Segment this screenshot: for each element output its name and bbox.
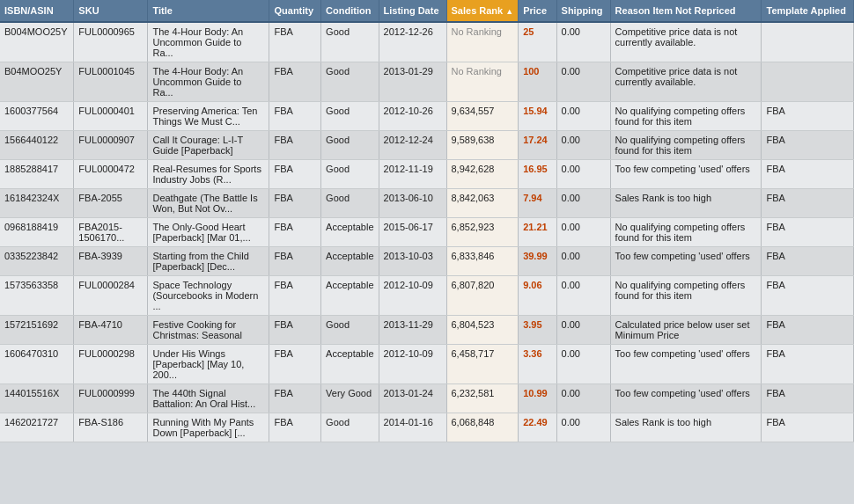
cell-template: FBA [762, 102, 854, 131]
header-reason[interactable]: Reason Item Not Repriced [610, 0, 762, 22]
cell-title: Deathgate (The Battle Is Won, But Not Ov… [148, 189, 269, 218]
cell-price: 9.06 [519, 276, 556, 316]
cell-isbn: 1573563358 [0, 276, 74, 316]
cell-sku: FUL0000472 [74, 160, 148, 189]
table-row[interactable]: 1462021727FBA-S186Running With My Pants … [0, 413, 854, 442]
header-listing_date[interactable]: Listing Date [379, 0, 446, 22]
cell-title: Running With My Pants Down [Paperback] [… [148, 413, 269, 442]
table-row[interactable]: B004MOO25YFUL0000965The 4-Hour Body: An … [0, 22, 854, 62]
cell-isbn: 144015516X [0, 384, 74, 413]
cell-sku: FUL0000965 [74, 22, 148, 62]
cell-price: 25 [519, 22, 556, 62]
cell-price: 22.49 [519, 413, 556, 442]
table-row[interactable]: 161842324XFBA-2055Deathgate (The Battle … [0, 189, 854, 218]
cell-sales_rank: 9,634,557 [446, 102, 519, 131]
cell-isbn: 1572151692 [0, 316, 74, 345]
cell-reason: No qualifying competing offers found for… [610, 131, 762, 160]
cell-isbn: 161842324X [0, 189, 74, 218]
cell-sales_rank: 8,842,063 [446, 189, 519, 218]
cell-quantity: FBA [269, 160, 321, 189]
cell-listing_date: 2012-11-19 [379, 160, 446, 189]
header-sales_rank[interactable]: Sales Rank▲ [446, 0, 519, 22]
cell-shipping: 0.00 [556, 131, 610, 160]
table-row[interactable]: B04MOO25YFUL0001045The 4-Hour Body: An U… [0, 62, 854, 102]
cell-shipping: 0.00 [556, 276, 610, 316]
cell-quantity: FBA [269, 384, 321, 413]
cell-isbn: 1600377564 [0, 102, 74, 131]
cell-reason: No qualifying competing offers found for… [610, 276, 762, 316]
cell-price: 7.94 [519, 189, 556, 218]
cell-sku: FUL0000907 [74, 131, 148, 160]
cell-shipping: 0.00 [556, 316, 610, 345]
cell-shipping: 0.00 [556, 160, 610, 189]
table-row[interactable]: 0335223842FBA-3939Starting from the Chil… [0, 247, 854, 276]
cell-quantity: FBA [269, 189, 321, 218]
cell-title: Real-Resumes for Sports Industry Jobs (R… [148, 160, 269, 189]
cell-title: The Only-Good Heart [Paperback] [Mar 01,… [148, 218, 269, 247]
cell-shipping: 0.00 [556, 384, 610, 413]
cell-reason: Competitive price data is not currently … [610, 62, 762, 102]
table-row[interactable]: 1600377564FUL0000401Preserving America: … [0, 102, 854, 131]
cell-shipping: 0.00 [556, 189, 610, 218]
table-row[interactable]: 144015516XFUL0000999The 440th Signal Bat… [0, 384, 854, 413]
cell-condition: Acceptable [321, 345, 379, 384]
cell-title: Starting from the Child [Paperback] [Dec… [148, 247, 269, 276]
cell-shipping: 0.00 [556, 413, 610, 442]
cell-sales_rank: 6,807,820 [446, 276, 519, 316]
header-template[interactable]: Template Applied [762, 0, 854, 22]
cell-quantity: FBA [269, 316, 321, 345]
cell-condition: Very Good [321, 384, 379, 413]
main-table-container[interactable]: ISBN/ASINSKUTitleQuantityConditionListin… [0, 0, 854, 504]
cell-quantity: FBA [269, 218, 321, 247]
table-header-row: ISBN/ASINSKUTitleQuantityConditionListin… [0, 0, 854, 22]
cell-condition: Good [321, 160, 379, 189]
cell-quantity: FBA [269, 345, 321, 384]
table-row[interactable]: 1606470310FUL0000298Under His Wings [Pap… [0, 345, 854, 384]
cell-sku: FBA-3939 [74, 247, 148, 276]
header-shipping[interactable]: Shipping [556, 0, 610, 22]
cell-title: The 4-Hour Body: An Uncommon Guide to Ra… [148, 62, 269, 102]
cell-condition: Good [321, 413, 379, 442]
header-title[interactable]: Title [148, 0, 269, 22]
table-row[interactable]: 1566440122FUL0000907Call It Courage: L-I… [0, 131, 854, 160]
cell-quantity: FBA [269, 102, 321, 131]
cell-reason: Competitive price data is not currently … [610, 22, 762, 62]
header-isbn[interactable]: ISBN/ASIN [0, 0, 74, 22]
table-row[interactable]: 1572151692FBA-4710Festive Cooking for Ch… [0, 316, 854, 345]
header-quantity[interactable]: Quantity [269, 0, 321, 22]
cell-reason: Too few competing 'used' offers [610, 160, 762, 189]
cell-title: Under His Wings [Paperback] [May 10, 200… [148, 345, 269, 384]
cell-sku: FUL0000999 [74, 384, 148, 413]
cell-template: FBA [762, 160, 854, 189]
header-condition[interactable]: Condition [321, 0, 379, 22]
cell-price: 3.95 [519, 316, 556, 345]
cell-title: Festive Cooking for Christmas: Seasonal [148, 316, 269, 345]
cell-quantity: FBA [269, 276, 321, 316]
cell-template: FBA [762, 218, 854, 247]
cell-price: 100 [519, 62, 556, 102]
cell-price: 16.95 [519, 160, 556, 189]
cell-listing_date: 2012-10-09 [379, 276, 446, 316]
cell-sku: FBA-4710 [74, 316, 148, 345]
table-row[interactable]: 1573563358FUL0000284Space Technology (So… [0, 276, 854, 316]
cell-sales_rank: 6,232,581 [446, 384, 519, 413]
cell-reason: Calculated price below user set Minimum … [610, 316, 762, 345]
cell-sales_rank: 9,589,638 [446, 131, 519, 160]
table-row[interactable]: 0968188419FBA2015-1506170...The Only-Goo… [0, 218, 854, 247]
cell-price: 39.99 [519, 247, 556, 276]
cell-isbn: 1566440122 [0, 131, 74, 160]
cell-sales_rank: No Ranking [446, 22, 519, 62]
cell-condition: Good [321, 131, 379, 160]
cell-condition: Acceptable [321, 218, 379, 247]
cell-shipping: 0.00 [556, 102, 610, 131]
cell-shipping: 0.00 [556, 247, 610, 276]
header-sku[interactable]: SKU [74, 0, 148, 22]
cell-quantity: FBA [269, 22, 321, 62]
cell-listing_date: 2012-10-09 [379, 345, 446, 384]
cell-listing_date: 2012-12-24 [379, 131, 446, 160]
cell-reason: No qualifying competing offers found for… [610, 218, 762, 247]
cell-condition: Acceptable [321, 276, 379, 316]
header-price[interactable]: Price [519, 0, 556, 22]
table-row[interactable]: 1885288417FUL0000472Real-Resumes for Spo… [0, 160, 854, 189]
cell-template: FBA [762, 276, 854, 316]
